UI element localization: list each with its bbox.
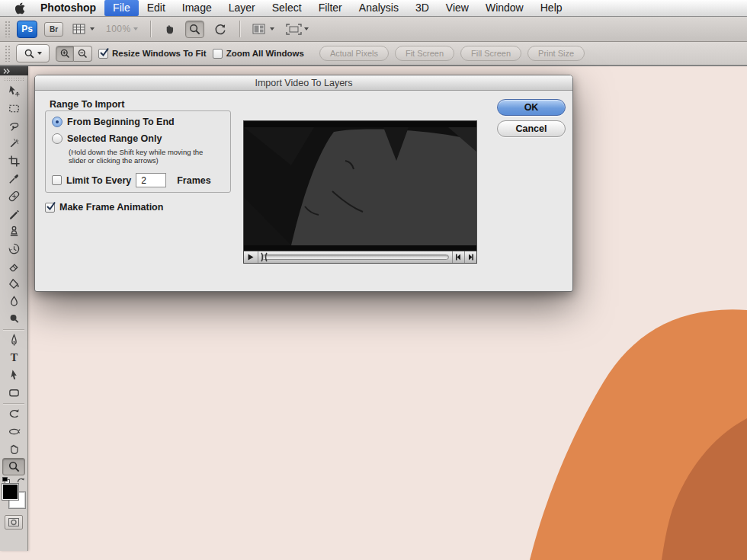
next-frame-button[interactable] xyxy=(464,251,476,263)
previous-frame-button[interactable] xyxy=(452,251,464,263)
paint-bucket-tool-button[interactable] xyxy=(2,275,25,293)
move-tool-icon xyxy=(8,85,21,98)
video-preview-frame xyxy=(244,121,476,251)
menu-3d[interactable]: 3D xyxy=(407,0,438,16)
chevron-down-icon xyxy=(304,27,309,30)
play-button[interactable] xyxy=(244,251,258,263)
3d-rotate-tool-button[interactable] xyxy=(2,405,25,423)
tool-preset-picker[interactable] xyxy=(16,44,50,62)
cancel-button[interactable]: Cancel xyxy=(497,120,566,137)
apple-icon xyxy=(15,2,26,14)
menu-photoshop[interactable]: Photoshop xyxy=(32,0,104,16)
clone-stamp-tool-button[interactable] xyxy=(2,222,25,240)
quick-mask-button[interactable] xyxy=(5,515,23,530)
hand-tool-button[interactable] xyxy=(161,21,178,37)
svg-text:T: T xyxy=(10,351,18,363)
menu-help[interactable]: Help xyxy=(532,0,571,16)
video-preview xyxy=(243,120,477,264)
arrange-documents-button[interactable] xyxy=(250,22,277,37)
resize-windows-option[interactable]: Resize Windows To Fit xyxy=(98,49,207,59)
previous-frame-icon xyxy=(455,254,462,261)
menu-image[interactable]: Image xyxy=(174,0,220,16)
seek-slider-thumb[interactable] xyxy=(261,252,268,262)
arrange-documents-icon xyxy=(252,24,268,35)
zoom-tool-button[interactable] xyxy=(2,458,25,475)
seek-slider-track[interactable] xyxy=(261,254,449,260)
print-size-button[interactable]: Print Size xyxy=(527,46,585,61)
menu-file[interactable]: File xyxy=(104,0,139,16)
rotate-view-button[interactable] xyxy=(211,21,229,37)
brush-tool-icon xyxy=(8,207,21,220)
spot-healing-brush-tool-button[interactable] xyxy=(2,187,25,205)
hand-tool-icon xyxy=(8,443,21,456)
menu-select[interactable]: Select xyxy=(264,0,310,16)
appbar-grip xyxy=(5,21,10,37)
shape-tool-button[interactable] xyxy=(2,384,25,402)
fill-screen-button[interactable]: Fill Screen xyxy=(460,46,521,61)
move-tool-button[interactable] xyxy=(2,82,25,100)
zoom-out-button[interactable] xyxy=(74,46,92,62)
type-tool-button[interactable]: T xyxy=(2,349,25,366)
divider xyxy=(150,21,151,37)
limit-to-every-checkbox[interactable] xyxy=(52,175,62,185)
limit-frames-input[interactable] xyxy=(136,173,166,187)
hand-icon xyxy=(163,23,176,36)
foreground-color-swatch[interactable] xyxy=(2,484,18,500)
view-extras-button[interactable] xyxy=(70,22,97,37)
blur-tool-button[interactable] xyxy=(2,293,25,310)
menu-window[interactable]: Window xyxy=(477,0,532,16)
default-colors-icon[interactable] xyxy=(2,477,10,484)
color-swatches xyxy=(1,477,27,512)
make-frame-animation-row[interactable]: Make Frame Animation xyxy=(45,202,163,213)
apple-menu[interactable] xyxy=(9,2,32,14)
resize-windows-checkbox[interactable] xyxy=(98,49,108,59)
dodge-tool-button[interactable] xyxy=(2,310,25,328)
checkmark-icon xyxy=(98,46,111,59)
menu-view[interactable]: View xyxy=(438,0,477,16)
os-menu-bar: Photoshop File Edit Image Layer Select F… xyxy=(0,0,747,17)
zoom-all-windows-checkbox[interactable] xyxy=(213,49,223,59)
crop-tool-icon xyxy=(8,155,21,168)
crop-tool-button[interactable] xyxy=(2,152,25,170)
menu-filter[interactable]: Filter xyxy=(310,0,351,16)
zoom-level-control[interactable]: 100% xyxy=(104,22,140,36)
zoom-tool-button-appbar[interactable] xyxy=(185,21,204,38)
radio-button-selected[interactable] xyxy=(52,117,63,127)
panel-grip xyxy=(4,77,24,82)
pen-tool-button[interactable] xyxy=(2,331,25,349)
quick-selection-tool-button[interactable] xyxy=(2,135,25,152)
path-selection-tool-button[interactable] xyxy=(2,366,25,384)
hand-tool-button[interactable] xyxy=(2,440,25,458)
eyedropper-tool-button[interactable] xyxy=(2,170,25,187)
panel-collapse-button[interactable] xyxy=(0,66,28,75)
screen-mode-button[interactable] xyxy=(284,22,311,37)
ok-button[interactable]: OK xyxy=(497,99,566,116)
photoshop-logo: Ps xyxy=(17,21,37,38)
make-frame-animation-checkbox[interactable] xyxy=(45,203,55,213)
actual-pixels-button[interactable]: Actual Pixels xyxy=(319,46,389,61)
tools-panel: T xyxy=(0,66,28,551)
seek-slider[interactable] xyxy=(258,251,452,263)
dialog-title-bar[interactable]: Import Video To Layers xyxy=(35,75,572,91)
paint-bucket-tool-icon xyxy=(8,277,21,290)
history-brush-tool-button[interactable] xyxy=(2,240,25,258)
radio-button-unselected[interactable] xyxy=(52,133,63,144)
menu-edit[interactable]: Edit xyxy=(139,0,174,16)
radio-from-beginning[interactable]: From Beginning To End xyxy=(52,117,175,127)
fit-screen-button[interactable]: Fit Screen xyxy=(395,46,454,61)
eraser-tool-button[interactable] xyxy=(2,258,25,275)
type-tool-icon: T xyxy=(8,351,21,364)
menu-layer[interactable]: Layer xyxy=(220,0,264,16)
radio-from-beginning-label: From Beginning To End xyxy=(67,117,175,127)
rectangular-marquee-tool-button[interactable] xyxy=(2,100,25,117)
brush-tool-button[interactable] xyxy=(2,205,25,222)
zoom-in-button[interactable] xyxy=(56,46,74,62)
3d-orbit-tool-button[interactable] xyxy=(2,423,25,440)
divider xyxy=(3,329,24,330)
menu-analysis[interactable]: Analysis xyxy=(351,0,407,16)
radio-selected-range-label: Selected Range Only xyxy=(67,133,162,144)
radio-selected-range[interactable]: Selected Range Only xyxy=(52,133,162,144)
zoom-all-windows-option[interactable]: Zoom All Windows xyxy=(213,49,304,59)
launch-bridge-button[interactable]: Br xyxy=(44,22,63,37)
lasso-tool-button[interactable] xyxy=(2,117,25,135)
